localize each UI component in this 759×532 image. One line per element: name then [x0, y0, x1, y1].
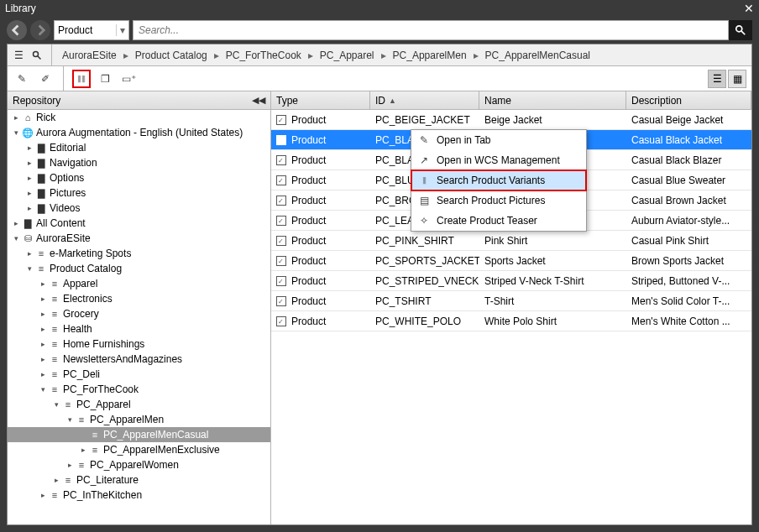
tree-node[interactable]: ▸▇All Content: [8, 216, 270, 231]
tree-node[interactable]: ▸≡e-Marketing Spots: [8, 246, 270, 261]
repository-title: Repository: [13, 95, 60, 107]
expand-icon[interactable]: ▸: [38, 491, 48, 499]
expand-icon[interactable]: ▸: [38, 355, 48, 363]
repository-panel: Repository ◀◀ ▸⌂Rick▾🌐Aurora Augmentatio…: [8, 91, 271, 524]
tree-node[interactable]: ▸▇Options: [8, 170, 270, 185]
tree-node[interactable]: ▸≡PC_Literature: [8, 472, 270, 488]
tree-node[interactable]: ▸≡Home Furnishings: [8, 336, 270, 352]
breadcrumb-item[interactable]: PC_ForTheCook: [222, 48, 305, 63]
collapse-icon[interactable]: ▾: [51, 400, 61, 409]
expand-icon[interactable]: ▸: [38, 370, 48, 378]
collapse-icon[interactable]: ▾: [11, 128, 21, 137]
type-selector[interactable]: Product ▾: [54, 20, 129, 40]
edit-icon[interactable]: ✎: [13, 70, 31, 88]
sort-asc-icon: ▲: [389, 96, 396, 105]
cell-type: Product: [291, 295, 326, 307]
filter-search-icon[interactable]: [29, 48, 44, 63]
tree-node[interactable]: ≡PC_ApparelMenCasual: [8, 427, 270, 442]
table-row[interactable]: ProductPC_BEIGE_JACKETBeige JacketCasual…: [271, 110, 751, 130]
context-menu-item[interactable]: ✎Open in Tab: [411, 130, 586, 150]
expand-icon[interactable]: ▸: [65, 461, 75, 469]
tree-node[interactable]: ▾≡PC_ApparelMen: [8, 412, 270, 427]
expand-icon[interactable]: ▸: [38, 295, 48, 303]
tree-node-label: All Content: [36, 217, 86, 229]
repository-tree[interactable]: ▸⌂Rick▾🌐Aurora Augmentation - English (U…: [8, 110, 270, 524]
tree-node[interactable]: ▸▇Pictures: [8, 185, 270, 201]
tree-mode-icon[interactable]: ☰: [11, 48, 26, 63]
expand-icon[interactable]: ▸: [38, 279, 48, 288]
tree-node[interactable]: ▾≡Product Catalog: [8, 261, 270, 276]
context-menu[interactable]: ✎Open in Tab↗Open in WCS Management⦀Sear…: [411, 129, 587, 232]
tree-node-label: Product Catalog: [50, 263, 122, 274]
expand-icon[interactable]: ▸: [24, 174, 34, 182]
tree-node[interactable]: ▸≡NewslettersAndMagazines: [8, 352, 270, 367]
expand-icon[interactable]: ▸: [38, 310, 48, 318]
table-row[interactable]: ProductPC_STRIPED_VNECK...Striped V-Neck…: [271, 271, 751, 291]
expand-icon[interactable]: ▸: [24, 204, 34, 212]
breadcrumb-item[interactable]: AuroraESite: [59, 48, 120, 63]
tree-node[interactable]: ▸≡PC_ApparelWomen: [8, 457, 270, 472]
product-icon: [276, 256, 286, 266]
cell-id: PC_TSHIRT: [370, 295, 479, 307]
expand-icon[interactable]: ▸: [24, 249, 34, 258]
table-row[interactable]: ProductPC_TSHIRTT-ShirtMen's Solid Color…: [271, 291, 751, 311]
tree-node[interactable]: ▸≡Grocery: [8, 306, 270, 321]
breadcrumb-item[interactable]: PC_Apparel: [317, 48, 378, 63]
col-header-type[interactable]: Type: [271, 91, 370, 109]
expand-icon[interactable]: ▸: [38, 325, 48, 333]
tree-node[interactable]: ▸▇Editorial: [8, 140, 270, 155]
search-button[interactable]: [729, 20, 752, 40]
tree-node[interactable]: ▸▇Navigation: [8, 155, 270, 170]
tree-node[interactable]: ▾⛁AuroraESite: [8, 231, 270, 246]
table-row[interactable]: ProductPC_WHITE_POLOWhite Polo ShirtMen'…: [271, 311, 751, 331]
back-button[interactable]: [7, 20, 27, 40]
tree-node-label: Videos: [50, 202, 80, 214]
tree-node[interactable]: ▾≡PC_Apparel: [8, 397, 270, 412]
tree-node[interactable]: ▾≡PC_ForTheCook: [8, 382, 270, 397]
search-input[interactable]: [133, 20, 729, 40]
grid-view-toggle[interactable]: ▦: [728, 70, 746, 88]
expand-icon[interactable]: ▸: [24, 189, 34, 197]
duplicate-icon[interactable]: ❐: [96, 70, 114, 88]
table-row[interactable]: ProductPC_PINK_SHIRTPink ShirtCasual Pin…: [271, 231, 751, 251]
close-icon[interactable]: ✕: [744, 2, 754, 15]
breadcrumb-item[interactable]: PC_ApparelMen: [390, 48, 470, 63]
col-header-description[interactable]: Description: [626, 91, 751, 109]
tree-node[interactable]: ▸≡Health: [8, 321, 270, 336]
list-view-toggle[interactable]: ☰: [708, 70, 726, 88]
expand-icon[interactable]: ▸: [11, 113, 21, 122]
breadcrumb-item[interactable]: Product Catalog: [132, 48, 211, 63]
tree-node[interactable]: ▾🌐Aurora Augmentation - English (United …: [8, 125, 270, 140]
tree-node[interactable]: ▸⌂Rick: [8, 110, 270, 125]
paintbrush-icon[interactable]: ✐: [36, 70, 55, 88]
context-menu-item[interactable]: ✧Create Product Teaser: [411, 211, 586, 231]
tree-node[interactable]: ▸≡PC_ApparelMenExclusive: [8, 442, 270, 457]
tree-node[interactable]: ▸≡Electronics: [8, 291, 270, 306]
context-menu-item[interactable]: ↗Open in WCS Management: [411, 150, 586, 170]
folder-icon: ▇: [34, 188, 48, 199]
collapse-icon[interactable]: ▾: [24, 264, 34, 273]
expand-icon[interactable]: ▸: [51, 476, 61, 484]
tree-node[interactable]: ▸≡Apparel: [8, 276, 270, 291]
collapse-panel-icon[interactable]: ◀◀: [252, 95, 265, 106]
expand-icon[interactable]: ▸: [11, 219, 21, 227]
tree-node[interactable]: ▸≡PC_InTheKitchen: [8, 488, 270, 503]
new-item-icon[interactable]: ▭⁺: [119, 70, 138, 88]
expand-icon[interactable]: ▸: [24, 159, 34, 167]
expand-icon[interactable]: ▸: [24, 143, 34, 152]
barcode-icon[interactable]: ⦀⦀: [72, 70, 91, 88]
context-menu-item[interactable]: ⦀Search Product Variants: [411, 170, 586, 190]
collapse-icon[interactable]: ▾: [11, 234, 21, 243]
collapse-icon[interactable]: ▾: [38, 385, 48, 394]
forward-button[interactable]: [30, 20, 50, 40]
expand-icon[interactable]: ▸: [38, 340, 48, 348]
col-header-name[interactable]: Name: [479, 91, 626, 109]
tree-node[interactable]: ▸▇Videos: [8, 201, 270, 216]
tree-node[interactable]: ▸≡PC_Deli: [8, 367, 270, 382]
collapse-icon[interactable]: ▾: [65, 415, 75, 424]
table-row[interactable]: ProductPC_SPORTS_JACKETSports JacketBrow…: [271, 251, 751, 271]
breadcrumb-item[interactable]: PC_ApparelMenCasual: [482, 48, 594, 63]
expand-icon[interactable]: ▸: [78, 446, 88, 454]
context-menu-item[interactable]: ▤Search Product Pictures: [411, 190, 586, 211]
col-header-id[interactable]: ID▲: [370, 91, 479, 109]
